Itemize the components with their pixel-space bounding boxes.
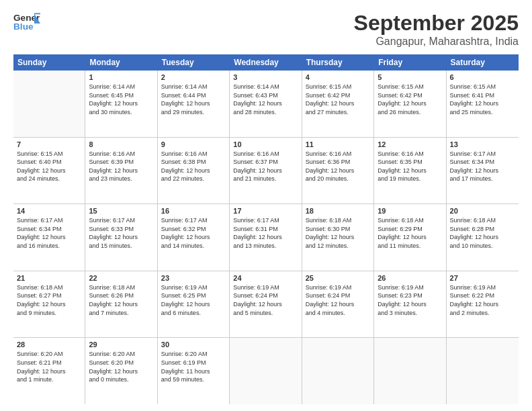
calendar-cell-r2-c1: 15Sunrise: 6:17 AM Sunset: 6:33 PM Dayli…	[85, 204, 157, 271]
day-info: Sunrise: 6:19 AM Sunset: 6:22 PM Dayligh…	[450, 283, 515, 317]
svg-text:Blue: Blue	[13, 21, 34, 32]
calendar-cell-r4-c5	[374, 338, 446, 404]
calendar-cell-r0-c6: 6Sunrise: 6:15 AM Sunset: 6:41 PM Daylig…	[447, 71, 519, 137]
day-info: Sunrise: 6:16 AM Sunset: 6:35 PM Dayligh…	[378, 150, 442, 183]
day-number: 29	[89, 340, 153, 349]
header: General Blue September 2025 Gangapur, Ma…	[13, 11, 519, 48]
day-number: 10	[233, 140, 298, 148]
weekday-monday: Monday	[85, 54, 157, 71]
day-number: 11	[306, 140, 370, 148]
calendar-cell-r2-c3: 17Sunrise: 6:17 AM Sunset: 6:31 PM Dayli…	[230, 204, 302, 271]
day-number: 1	[89, 73, 153, 81]
day-number: 22	[89, 274, 153, 282]
calendar: Sunday Monday Tuesday Wednesday Thursday…	[13, 54, 519, 404]
calendar-row-0: 1Sunrise: 6:14 AM Sunset: 6:45 PM Daylig…	[13, 71, 519, 138]
day-info: Sunrise: 6:17 AM Sunset: 6:31 PM Dayligh…	[233, 216, 298, 250]
calendar-cell-r1-c6: 13Sunrise: 6:17 AM Sunset: 6:34 PM Dayli…	[447, 138, 519, 204]
sub-title: Gangapur, Maharashtra, India	[354, 36, 519, 48]
day-info: Sunrise: 6:15 AM Sunset: 6:42 PM Dayligh…	[306, 83, 370, 116]
day-info: Sunrise: 6:14 AM Sunset: 6:43 PM Dayligh…	[233, 83, 298, 116]
day-number: 3	[233, 73, 298, 81]
calendar-cell-r2-c6: 20Sunrise: 6:18 AM Sunset: 6:28 PM Dayli…	[447, 204, 519, 271]
day-number: 12	[378, 140, 442, 148]
day-info: Sunrise: 6:16 AM Sunset: 6:39 PM Dayligh…	[89, 150, 153, 183]
calendar-cell-r4-c3	[230, 338, 302, 404]
calendar-cell-r3-c3: 24Sunrise: 6:19 AM Sunset: 6:24 PM Dayli…	[230, 271, 302, 338]
day-info: Sunrise: 6:17 AM Sunset: 6:32 PM Dayligh…	[161, 216, 226, 250]
calendar-cell-r1-c5: 12Sunrise: 6:16 AM Sunset: 6:35 PM Dayli…	[374, 138, 446, 204]
calendar-cell-r2-c2: 16Sunrise: 6:17 AM Sunset: 6:32 PM Dayli…	[158, 204, 230, 271]
day-number: 6	[450, 73, 515, 81]
day-number: 4	[306, 73, 370, 81]
day-number: 7	[17, 140, 81, 148]
title-area: September 2025 Gangapur, Maharashtra, In…	[354, 11, 519, 48]
day-info: Sunrise: 6:18 AM Sunset: 6:29 PM Dayligh…	[378, 216, 442, 250]
day-info: Sunrise: 6:17 AM Sunset: 6:33 PM Dayligh…	[89, 216, 153, 250]
calendar-cell-r3-c4: 25Sunrise: 6:19 AM Sunset: 6:24 PM Dayli…	[302, 271, 374, 338]
main-title: September 2025	[354, 11, 519, 36]
page: General Blue September 2025 Gangapur, Ma…	[0, 0, 532, 411]
calendar-cell-r1-c3: 10Sunrise: 6:16 AM Sunset: 6:37 PM Dayli…	[230, 138, 302, 204]
day-number: 17	[233, 207, 298, 215]
calendar-cell-r3-c1: 22Sunrise: 6:18 AM Sunset: 6:26 PM Dayli…	[85, 271, 157, 338]
day-info: Sunrise: 6:19 AM Sunset: 6:24 PM Dayligh…	[233, 283, 298, 317]
calendar-cell-r0-c5: 5Sunrise: 6:15 AM Sunset: 6:42 PM Daylig…	[374, 71, 446, 137]
day-info: Sunrise: 6:15 AM Sunset: 6:41 PM Dayligh…	[450, 83, 515, 116]
calendar-cell-r1-c4: 11Sunrise: 6:16 AM Sunset: 6:36 PM Dayli…	[302, 138, 374, 204]
calendar-cell-r3-c6: 27Sunrise: 6:19 AM Sunset: 6:22 PM Dayli…	[447, 271, 519, 338]
day-number: 30	[161, 340, 226, 349]
calendar-cell-r1-c1: 8Sunrise: 6:16 AM Sunset: 6:39 PM Daylig…	[85, 138, 157, 204]
calendar-row-3: 21Sunrise: 6:18 AM Sunset: 6:27 PM Dayli…	[13, 271, 519, 338]
logo-icon: General Blue	[13, 11, 40, 35]
weekday-sunday: Sunday	[13, 54, 85, 71]
day-number: 14	[17, 207, 81, 215]
day-number: 27	[450, 274, 515, 282]
day-number: 19	[378, 207, 442, 215]
day-info: Sunrise: 6:18 AM Sunset: 6:27 PM Dayligh…	[17, 283, 81, 317]
day-number: 18	[306, 207, 370, 215]
day-info: Sunrise: 6:14 AM Sunset: 6:44 PM Dayligh…	[161, 83, 226, 116]
day-number: 9	[161, 140, 226, 148]
day-number: 16	[161, 207, 226, 215]
calendar-cell-r3-c2: 23Sunrise: 6:19 AM Sunset: 6:25 PM Dayli…	[158, 271, 230, 338]
day-number: 5	[378, 73, 442, 81]
calendar-cell-r0-c0	[13, 71, 85, 137]
day-number: 24	[233, 274, 298, 282]
calendar-body: 1Sunrise: 6:14 AM Sunset: 6:45 PM Daylig…	[13, 71, 519, 404]
calendar-cell-r4-c6	[447, 338, 519, 404]
day-info: Sunrise: 6:19 AM Sunset: 6:25 PM Dayligh…	[161, 283, 226, 317]
calendar-cell-r2-c0: 14Sunrise: 6:17 AM Sunset: 6:34 PM Dayli…	[13, 204, 85, 271]
day-number: 21	[17, 274, 81, 282]
day-info: Sunrise: 6:18 AM Sunset: 6:26 PM Dayligh…	[89, 283, 153, 317]
calendar-cell-r3-c5: 26Sunrise: 6:19 AM Sunset: 6:23 PM Dayli…	[374, 271, 446, 338]
day-info: Sunrise: 6:19 AM Sunset: 6:24 PM Dayligh…	[306, 283, 370, 317]
calendar-header: Sunday Monday Tuesday Wednesday Thursday…	[13, 54, 519, 71]
day-info: Sunrise: 6:14 AM Sunset: 6:45 PM Dayligh…	[89, 83, 153, 116]
day-info: Sunrise: 6:15 AM Sunset: 6:42 PM Dayligh…	[378, 83, 442, 116]
weekday-friday: Friday	[374, 54, 446, 71]
calendar-cell-r3-c0: 21Sunrise: 6:18 AM Sunset: 6:27 PM Dayli…	[13, 271, 85, 338]
calendar-cell-r2-c4: 18Sunrise: 6:18 AM Sunset: 6:30 PM Dayli…	[302, 204, 374, 271]
calendar-cell-r4-c0: 28Sunrise: 6:20 AM Sunset: 6:21 PM Dayli…	[13, 338, 85, 404]
day-info: Sunrise: 6:20 AM Sunset: 6:19 PM Dayligh…	[161, 350, 226, 383]
day-number: 25	[306, 274, 370, 282]
calendar-cell-r1-c0: 7Sunrise: 6:15 AM Sunset: 6:40 PM Daylig…	[13, 138, 85, 204]
day-info: Sunrise: 6:18 AM Sunset: 6:30 PM Dayligh…	[306, 216, 370, 250]
weekday-thursday: Thursday	[302, 54, 374, 71]
day-info: Sunrise: 6:17 AM Sunset: 6:34 PM Dayligh…	[17, 216, 81, 250]
calendar-cell-r0-c2: 2Sunrise: 6:14 AM Sunset: 6:44 PM Daylig…	[158, 71, 230, 137]
logo: General Blue	[13, 11, 43, 35]
weekday-saturday: Saturday	[447, 54, 519, 71]
day-info: Sunrise: 6:20 AM Sunset: 6:20 PM Dayligh…	[89, 350, 153, 383]
weekday-tuesday: Tuesday	[158, 54, 230, 71]
day-number: 20	[450, 207, 515, 215]
day-info: Sunrise: 6:15 AM Sunset: 6:40 PM Dayligh…	[17, 150, 81, 183]
calendar-row-2: 14Sunrise: 6:17 AM Sunset: 6:34 PM Dayli…	[13, 204, 519, 271]
day-info: Sunrise: 6:16 AM Sunset: 6:37 PM Dayligh…	[233, 150, 298, 183]
day-info: Sunrise: 6:17 AM Sunset: 6:34 PM Dayligh…	[450, 150, 515, 183]
day-info: Sunrise: 6:16 AM Sunset: 6:36 PM Dayligh…	[306, 150, 370, 183]
day-number: 13	[450, 140, 515, 148]
day-info: Sunrise: 6:19 AM Sunset: 6:23 PM Dayligh…	[378, 283, 442, 317]
calendar-cell-r2-c5: 19Sunrise: 6:18 AM Sunset: 6:29 PM Dayli…	[374, 204, 446, 271]
day-info: Sunrise: 6:20 AM Sunset: 6:21 PM Dayligh…	[17, 350, 81, 383]
